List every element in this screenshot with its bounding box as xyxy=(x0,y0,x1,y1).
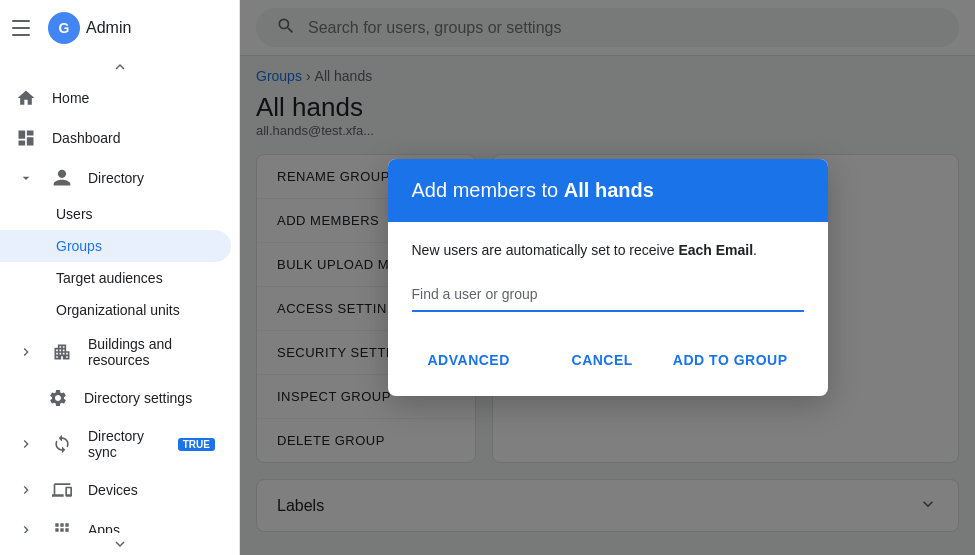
sidebar-target-audiences-label: Target audiences xyxy=(56,270,163,286)
sidebar-org-units-label: Organizational units xyxy=(56,302,180,318)
sidebar-item-home[interactable]: Home xyxy=(0,78,231,118)
dir-sync-chevron-icon xyxy=(16,434,36,454)
sidebar-item-directory-sync[interactable]: Directory sync true xyxy=(0,418,231,470)
find-user-group-input[interactable] xyxy=(412,278,804,312)
modal-title: Add members to All hands xyxy=(412,179,804,202)
main-content: Groups › All hands All hands all.hands@t… xyxy=(240,0,975,555)
settings-icon xyxy=(48,388,68,408)
sidebar-item-org-units[interactable]: Organizational units xyxy=(0,294,231,326)
cancel-button[interactable]: CANCEL xyxy=(556,344,649,376)
buildings-chevron-icon xyxy=(16,342,36,362)
sidebar-directory-label: Directory xyxy=(88,170,223,186)
sync-icon xyxy=(52,434,72,454)
modal-info-prefix: New users are automatically set to recei… xyxy=(412,242,679,258)
add-to-group-button[interactable]: ADD TO GROUP xyxy=(657,344,804,376)
modal-footer-right: CANCEL ADD TO GROUP xyxy=(556,344,804,376)
person-icon xyxy=(52,168,72,188)
sidebar-apps-label: Apps xyxy=(88,522,215,533)
modal-title-group: All hands xyxy=(564,179,654,201)
sidebar-users-label: Users xyxy=(56,206,93,222)
sidebar: G Admin Home Dashboard Dire xyxy=(0,0,240,555)
sidebar-item-target-audiences[interactable]: Target audiences xyxy=(0,262,231,294)
sidebar-item-groups[interactable]: Groups xyxy=(0,230,231,262)
modal-info-text: New users are automatically set to recei… xyxy=(412,242,804,258)
sidebar-devices-label: Devices xyxy=(88,482,215,498)
devices-icon xyxy=(52,480,72,500)
advanced-button[interactable]: Advanced xyxy=(412,344,526,376)
sidebar-header: G Admin xyxy=(0,0,239,56)
modal-info-highlight: Each Email xyxy=(678,242,753,258)
sidebar-dashboard-label: Dashboard xyxy=(52,130,215,146)
scroll-down-button[interactable] xyxy=(0,533,239,555)
dir-settings-spacer xyxy=(16,388,32,408)
app-title: Admin xyxy=(86,19,131,37)
sidebar-item-dashboard[interactable]: Dashboard xyxy=(0,118,231,158)
devices-chevron-icon xyxy=(16,480,36,500)
apps-icon xyxy=(52,520,72,533)
google-admin-logo: G Admin xyxy=(48,12,131,44)
modal-info-suffix: . xyxy=(753,242,757,258)
sidebar-item-buildings[interactable]: Buildings and resources xyxy=(0,326,231,378)
apps-chevron-icon xyxy=(16,520,36,533)
sidebar-item-directory[interactable]: Directory xyxy=(0,158,239,198)
scroll-up-button[interactable] xyxy=(0,56,239,78)
sidebar-nav: Home Dashboard Directory Users Groups Ta… xyxy=(0,78,239,533)
modal-header: Add members to All hands xyxy=(388,159,828,222)
home-icon xyxy=(16,88,36,108)
sidebar-item-devices[interactable]: Devices xyxy=(0,470,231,510)
add-members-modal: Add members to All hands New users are a… xyxy=(388,159,828,396)
modal-footer: Advanced CANCEL ADD TO GROUP xyxy=(388,332,828,396)
modal-title-prefix: Add members to xyxy=(412,179,564,201)
directory-chevron-icon xyxy=(16,168,36,188)
sidebar-groups-label: Groups xyxy=(56,238,102,254)
sidebar-home-label: Home xyxy=(52,90,215,106)
dashboard-icon xyxy=(16,128,36,148)
beta-badge: true xyxy=(178,438,215,451)
sidebar-directory-sync-label: Directory sync xyxy=(88,428,156,460)
building-icon xyxy=(52,342,72,362)
menu-icon[interactable] xyxy=(12,16,36,40)
modal-body: New users are automatically set to recei… xyxy=(388,222,828,332)
sidebar-item-apps[interactable]: Apps xyxy=(0,510,231,533)
sidebar-buildings-label: Buildings and resources xyxy=(88,336,215,368)
sidebar-item-users[interactable]: Users xyxy=(0,198,231,230)
google-logo-circle: G xyxy=(48,12,80,44)
modal-overlay: Add members to All hands New users are a… xyxy=(240,0,975,555)
sidebar-item-directory-settings[interactable]: Directory settings xyxy=(0,378,231,418)
sidebar-directory-settings-label: Directory settings xyxy=(84,390,215,406)
